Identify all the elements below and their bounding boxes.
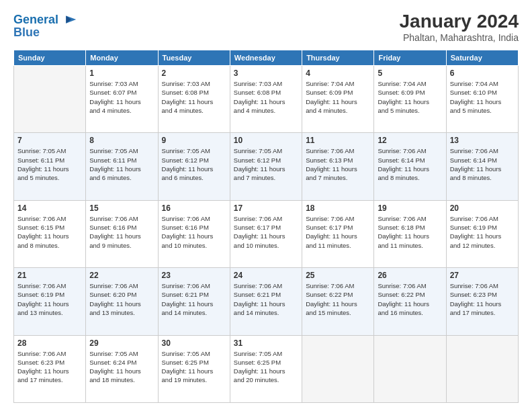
day-info: Sunrise: 7:05 AM Sunset: 6:12 PM Dayligh…	[162, 146, 226, 182]
day-info: Sunrise: 7:06 AM Sunset: 6:20 PM Dayligh…	[89, 281, 154, 317]
day-number: 22	[89, 271, 154, 280]
page: General Blue January 2024 Phaltan, Mahar…	[0, 0, 532, 411]
day-info: Sunrise: 7:06 AM Sunset: 6:18 PM Dayligh…	[378, 214, 442, 250]
day-info: Sunrise: 7:03 AM Sunset: 6:07 PM Dayligh…	[89, 79, 154, 115]
day-number: 24	[234, 271, 298, 280]
day-info: Sunrise: 7:06 AM Sunset: 6:21 PM Dayligh…	[234, 281, 298, 317]
day-info: Sunrise: 7:05 AM Sunset: 6:25 PM Dayligh…	[234, 349, 298, 385]
weekday-header: Tuesday	[158, 50, 230, 66]
month-title: January 2024	[400, 11, 519, 32]
calendar-cell: 19Sunrise: 7:06 AM Sunset: 6:18 PM Dayli…	[374, 200, 446, 267]
title-block: January 2024 Phaltan, Maharashtra, India	[400, 11, 519, 43]
day-number: 28	[17, 338, 82, 348]
weekday-header: Wednesday	[230, 50, 302, 66]
day-info: Sunrise: 7:05 AM Sunset: 6:25 PM Dayligh…	[162, 349, 226, 385]
day-number: 29	[89, 338, 154, 348]
calendar-cell: 8Sunrise: 7:05 AM Sunset: 6:11 PM Daylig…	[86, 133, 158, 200]
calendar-cell: 1Sunrise: 7:03 AM Sunset: 6:07 PM Daylig…	[86, 66, 158, 133]
day-number: 30	[162, 338, 226, 348]
calendar-cell: 17Sunrise: 7:06 AM Sunset: 6:17 PM Dayli…	[230, 200, 302, 267]
day-info: Sunrise: 7:05 AM Sunset: 6:11 PM Dayligh…	[89, 146, 154, 182]
day-number: 7	[17, 136, 82, 145]
day-info: Sunrise: 7:06 AM Sunset: 6:22 PM Dayligh…	[378, 281, 442, 317]
day-info: Sunrise: 7:06 AM Sunset: 6:13 PM Dayligh…	[306, 146, 370, 182]
day-info: Sunrise: 7:05 AM Sunset: 6:11 PM Dayligh…	[17, 146, 82, 182]
calendar-week-row: 21Sunrise: 7:06 AM Sunset: 6:19 PM Dayli…	[14, 268, 519, 335]
day-info: Sunrise: 7:06 AM Sunset: 6:14 PM Dayligh…	[450, 146, 515, 182]
day-number: 9	[162, 136, 226, 145]
calendar-cell	[302, 335, 374, 402]
calendar-cell: 21Sunrise: 7:06 AM Sunset: 6:19 PM Dayli…	[14, 268, 86, 335]
calendar-cell: 18Sunrise: 7:06 AM Sunset: 6:17 PM Dayli…	[302, 200, 374, 267]
day-info: Sunrise: 7:03 AM Sunset: 6:08 PM Dayligh…	[234, 79, 298, 115]
calendar-header-row: SundayMondayTuesdayWednesdayThursdayFrid…	[14, 50, 519, 66]
day-info: Sunrise: 7:06 AM Sunset: 6:23 PM Dayligh…	[450, 281, 515, 317]
calendar-cell: 25Sunrise: 7:06 AM Sunset: 6:22 PM Dayli…	[302, 268, 374, 335]
day-info: Sunrise: 7:06 AM Sunset: 6:17 PM Dayligh…	[234, 214, 298, 250]
day-number: 26	[378, 271, 442, 280]
day-number: 5	[378, 68, 442, 78]
day-number: 1	[89, 68, 154, 78]
day-info: Sunrise: 7:06 AM Sunset: 6:21 PM Dayligh…	[162, 281, 226, 317]
calendar-cell: 26Sunrise: 7:06 AM Sunset: 6:22 PM Dayli…	[374, 268, 446, 335]
day-number: 13	[450, 136, 515, 145]
day-number: 10	[234, 136, 298, 145]
weekday-header: Monday	[86, 50, 158, 66]
logo: General Blue	[13, 11, 79, 40]
day-info: Sunrise: 7:06 AM Sunset: 6:14 PM Dayligh…	[378, 146, 442, 182]
day-number: 14	[17, 203, 82, 213]
day-number: 18	[306, 203, 370, 213]
calendar-cell	[374, 335, 446, 402]
day-info: Sunrise: 7:06 AM Sunset: 6:22 PM Dayligh…	[306, 281, 370, 317]
weekday-header: Sunday	[14, 50, 86, 66]
calendar-cell: 27Sunrise: 7:06 AM Sunset: 6:23 PM Dayli…	[446, 268, 518, 335]
day-info: Sunrise: 7:05 AM Sunset: 6:12 PM Dayligh…	[234, 146, 298, 182]
calendar-cell: 29Sunrise: 7:05 AM Sunset: 6:24 PM Dayli…	[86, 335, 158, 402]
day-number: 23	[162, 271, 226, 280]
day-info: Sunrise: 7:04 AM Sunset: 6:09 PM Dayligh…	[378, 79, 442, 115]
calendar-cell: 2Sunrise: 7:03 AM Sunset: 6:08 PM Daylig…	[158, 66, 230, 133]
calendar-cell: 31Sunrise: 7:05 AM Sunset: 6:25 PM Dayli…	[230, 335, 302, 402]
weekday-header: Friday	[374, 50, 446, 66]
calendar-cell: 20Sunrise: 7:06 AM Sunset: 6:19 PM Dayli…	[446, 200, 518, 267]
calendar-cell: 13Sunrise: 7:06 AM Sunset: 6:14 PM Dayli…	[446, 133, 518, 200]
calendar-cell: 16Sunrise: 7:06 AM Sunset: 6:16 PM Dayli…	[158, 200, 230, 267]
day-info: Sunrise: 7:06 AM Sunset: 6:16 PM Dayligh…	[89, 214, 154, 250]
calendar-table: SundayMondayTuesdayWednesdayThursdayFrid…	[13, 50, 519, 403]
logo-icon	[60, 11, 79, 30]
day-number: 21	[17, 271, 82, 280]
day-number: 11	[306, 136, 370, 145]
day-info: Sunrise: 7:05 AM Sunset: 6:24 PM Dayligh…	[89, 349, 154, 385]
calendar-cell: 12Sunrise: 7:06 AM Sunset: 6:14 PM Dayli…	[374, 133, 446, 200]
day-number: 15	[89, 203, 154, 213]
location-title: Phaltan, Maharashtra, India	[400, 32, 519, 43]
calendar-cell: 10Sunrise: 7:05 AM Sunset: 6:12 PM Dayli…	[230, 133, 302, 200]
day-number: 31	[234, 338, 298, 348]
day-info: Sunrise: 7:04 AM Sunset: 6:10 PM Dayligh…	[450, 79, 515, 115]
calendar-cell: 23Sunrise: 7:06 AM Sunset: 6:21 PM Dayli…	[158, 268, 230, 335]
calendar-cell: 30Sunrise: 7:05 AM Sunset: 6:25 PM Dayli…	[158, 335, 230, 402]
weekday-header: Saturday	[446, 50, 518, 66]
calendar-cell: 14Sunrise: 7:06 AM Sunset: 6:15 PM Dayli…	[14, 200, 86, 267]
calendar-cell: 5Sunrise: 7:04 AM Sunset: 6:09 PM Daylig…	[374, 66, 446, 133]
day-number: 27	[450, 271, 515, 280]
day-info: Sunrise: 7:06 AM Sunset: 6:16 PM Dayligh…	[162, 214, 226, 250]
day-number: 2	[162, 68, 226, 78]
day-info: Sunrise: 7:06 AM Sunset: 6:19 PM Dayligh…	[450, 214, 515, 250]
calendar-cell: 15Sunrise: 7:06 AM Sunset: 6:16 PM Dayli…	[86, 200, 158, 267]
logo-blue: Blue	[13, 26, 40, 40]
day-info: Sunrise: 7:06 AM Sunset: 6:17 PM Dayligh…	[306, 214, 370, 250]
calendar-cell: 4Sunrise: 7:04 AM Sunset: 6:09 PM Daylig…	[302, 66, 374, 133]
day-number: 16	[162, 203, 226, 213]
weekday-header: Thursday	[302, 50, 374, 66]
day-info: Sunrise: 7:03 AM Sunset: 6:08 PM Dayligh…	[162, 79, 226, 115]
header: General Blue January 2024 Phaltan, Mahar…	[13, 11, 519, 43]
calendar-cell: 24Sunrise: 7:06 AM Sunset: 6:21 PM Dayli…	[230, 268, 302, 335]
day-number: 17	[234, 203, 298, 213]
day-number: 6	[450, 68, 515, 78]
day-number: 20	[450, 203, 515, 213]
calendar-week-row: 14Sunrise: 7:06 AM Sunset: 6:15 PM Dayli…	[14, 200, 519, 267]
calendar-cell: 7Sunrise: 7:05 AM Sunset: 6:11 PM Daylig…	[14, 133, 86, 200]
day-number: 12	[378, 136, 442, 145]
calendar-cell: 11Sunrise: 7:06 AM Sunset: 6:13 PM Dayli…	[302, 133, 374, 200]
